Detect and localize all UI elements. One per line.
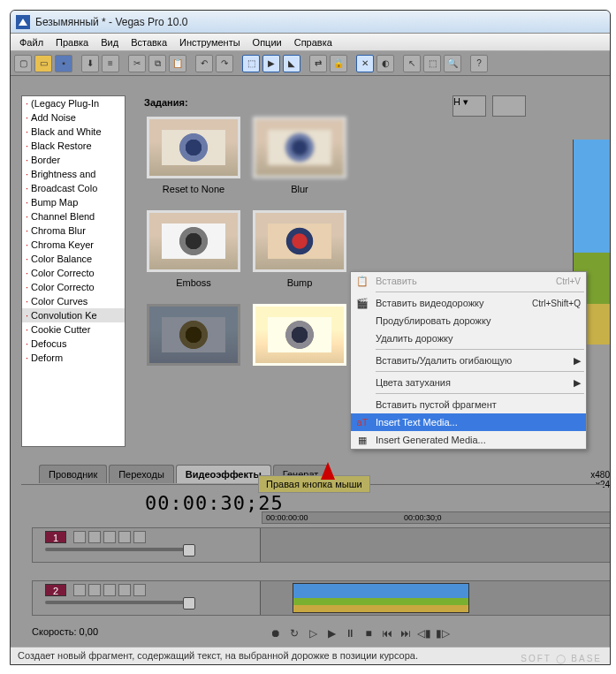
solo-icon[interactable] [133, 584, 146, 596]
ctx-insert-text-media[interactable]: aTInsert Text Media... [351, 413, 586, 431]
plugin-item[interactable]: Broadcast Colo [22, 181, 125, 195]
tab-explorer[interactable]: Проводник [39, 465, 107, 483]
preset-6[interactable] [252, 304, 347, 371]
copy-icon[interactable]: ⧉ [148, 55, 166, 72]
menu-edit[interactable]: Правка [50, 35, 94, 49]
speed-label: Скорость: 0,00 [32, 626, 98, 637]
automation-icon[interactable] [103, 584, 116, 596]
level-slider[interactable] [45, 548, 195, 551]
fx-icon[interactable] [88, 584, 101, 596]
menu-options[interactable]: Опции [247, 35, 287, 49]
titlebar[interactable]: Безымянный * - Vegas Pro 10.0 [11, 11, 610, 34]
prev-frame-icon[interactable]: ◁▮ [417, 626, 431, 640]
menu-tools[interactable]: Инструменты [174, 35, 246, 49]
undo-icon[interactable]: ↶ [195, 55, 213, 72]
context-menu: 📋ВставитьCtrl+V 🎬Вставить видеодорожкуCt… [350, 271, 587, 450]
menu-view[interactable]: Вид [95, 35, 124, 49]
video-track-1[interactable]: 1 [32, 527, 611, 563]
plugin-item[interactable]: Black and White [22, 125, 125, 139]
lock-icon[interactable]: 🔒 [330, 55, 347, 72]
tool1-icon[interactable]: ◐ [376, 55, 394, 72]
plugin-item[interactable]: Convolution Ke [22, 308, 125, 322]
ctx-envelope[interactable]: Вставить/Удалить огибающую▶ [351, 352, 586, 369]
automation-icon[interactable] [103, 531, 116, 543]
open-icon[interactable]: ▭ [34, 55, 52, 72]
plugin-list: (Legacy Plug-InAdd NoiseBlack and WhiteB… [22, 96, 125, 365]
mute-icon[interactable] [118, 584, 131, 596]
ripple-icon[interactable]: ⇄ [309, 55, 327, 72]
plugin-item[interactable]: Deform [22, 351, 125, 365]
menu-file[interactable]: Файл [14, 35, 49, 49]
ruler-tick: 00:00:00:00 [266, 513, 308, 522]
track-number: 2 [45, 584, 66, 596]
plugin-item[interactable]: Color Curves [22, 294, 125, 308]
preset-grid: Reset to None Blur Emboss Bump [139, 113, 356, 375]
fx-icon[interactable] [88, 531, 101, 543]
play-start-icon[interactable]: ▷ [306, 626, 320, 640]
redo-icon[interactable]: ↷ [216, 55, 233, 72]
save-icon[interactable]: ▪ [55, 55, 72, 72]
plugin-item[interactable]: Chroma Keyer [22, 238, 125, 252]
preset-bump[interactable]: Bump [252, 210, 347, 288]
level-slider[interactable] [45, 601, 195, 604]
go-start-icon[interactable]: ⏮ [380, 626, 394, 640]
video-track-2[interactable]: 2 [32, 580, 611, 616]
plugin-item[interactable]: Black Restore [22, 139, 125, 153]
new-icon[interactable]: ▢ [14, 55, 32, 72]
tab-transitions[interactable]: Переходы [109, 465, 174, 483]
solo-icon[interactable] [133, 531, 146, 543]
window-title: Безымянный * - Vegas Pro 10.0 [35, 16, 187, 28]
snap-icon[interactable]: ⬚ [242, 55, 260, 72]
ctx-fade-colors[interactable]: Цвета затухания▶ [351, 374, 586, 391]
plugin-item[interactable]: Color Correcto [22, 280, 125, 294]
zoom-tool-icon[interactable]: 🔍 [444, 55, 461, 72]
time-ruler[interactable]: 00:00:00:00 00:00:30;0 [262, 511, 611, 524]
go-end-icon[interactable]: ⏭ [399, 626, 413, 640]
bypass-icon[interactable] [73, 584, 86, 596]
plugin-item[interactable]: Color Correcto [22, 266, 125, 280]
ctx-insert-empty[interactable]: Вставить пустой фрагмент [351, 396, 586, 413]
plugin-item[interactable]: Brightness and [22, 167, 125, 181]
select-tool-icon[interactable]: ⬚ [423, 55, 441, 72]
preset-reset[interactable]: Reset to None [146, 117, 241, 194]
properties-icon[interactable]: ≡ [102, 55, 119, 72]
preset-5[interactable] [146, 304, 241, 371]
plugin-item[interactable]: Add Noise [22, 110, 125, 125]
tab-videofx[interactable]: Видеоэффекты [176, 465, 271, 483]
preset-blur[interactable]: Blur [252, 117, 347, 194]
plugin-item[interactable]: Channel Blend [22, 209, 125, 223]
record-icon[interactable]: ⏺ [269, 626, 283, 640]
marker-icon[interactable]: ▶ [262, 55, 280, 72]
crossfade-icon[interactable]: ✕ [356, 55, 374, 72]
plugin-item[interactable]: Cookie Cutter [22, 322, 125, 337]
pause-icon[interactable]: ⏸ [343, 626, 357, 640]
plugin-item[interactable]: Color Balance [22, 252, 125, 266]
loop-icon[interactable]: ↻ [287, 626, 301, 640]
preset-emboss[interactable]: Emboss [146, 210, 241, 288]
ctx-insert-generated-media[interactable]: ▦Insert Generated Media... [351, 431, 586, 449]
next-frame-icon[interactable]: ▮▷ [436, 626, 450, 640]
quantize-icon[interactable]: ◣ [283, 55, 300, 72]
video-clip[interactable] [293, 583, 469, 613]
mute-icon[interactable] [118, 531, 131, 543]
ctx-delete-track[interactable]: Удалить дорожку [351, 329, 586, 347]
bypass-icon[interactable] [73, 531, 86, 543]
edit-tool-icon[interactable]: ↖ [403, 55, 421, 72]
dropdown-h[interactable]: Н ▾ [452, 95, 486, 117]
cut-icon[interactable]: ✂ [128, 55, 146, 72]
render-icon[interactable]: ⬇ [81, 55, 99, 72]
stop-icon[interactable]: ■ [361, 626, 376, 640]
plugin-item[interactable]: (Legacy Plug-In [22, 96, 125, 110]
plugin-item[interactable]: Bump Map [22, 195, 125, 209]
plugin-item[interactable]: Chroma Blur [22, 223, 125, 238]
menu-insert[interactable]: Вставка [125, 35, 172, 49]
ctx-insert-video-track[interactable]: 🎬Вставить видеодорожкуCtrl+Shift+Q [351, 294, 586, 312]
menu-help[interactable]: Справка [289, 35, 338, 49]
help-icon[interactable]: ? [470, 55, 488, 72]
play-icon[interactable]: ▶ [324, 626, 338, 640]
panel-dock[interactable] [492, 95, 526, 117]
plugin-item[interactable]: Border [22, 153, 125, 167]
plugin-item[interactable]: Defocus [22, 337, 125, 351]
paste-icon[interactable]: 📋 [169, 55, 186, 72]
ctx-duplicate-track[interactable]: Продублировать дорожку [351, 312, 586, 329]
